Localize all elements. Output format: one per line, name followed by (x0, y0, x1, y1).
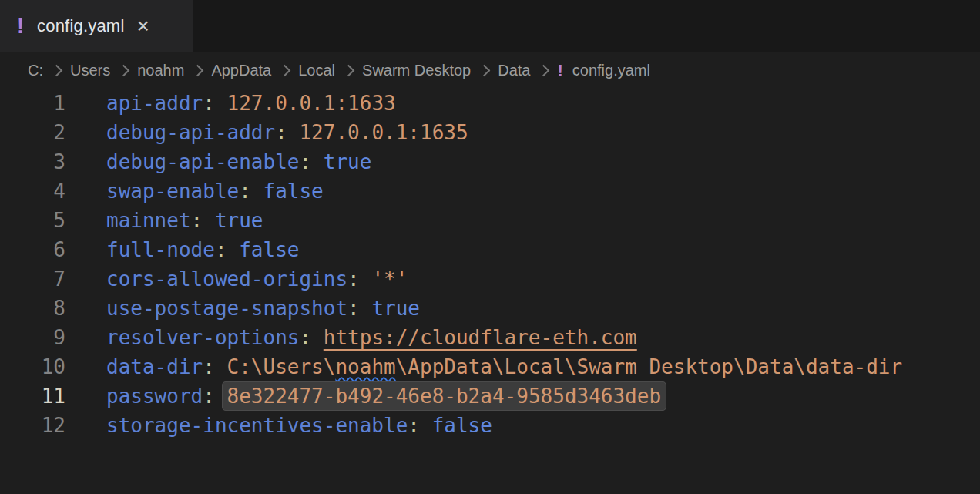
token-colon: : (299, 150, 323, 173)
token-colon: : (347, 297, 371, 320)
code-line[interactable]: 12storage-incentives-enable: false (0, 411, 980, 440)
tab-bar: ! config.yaml × (0, 0, 980, 52)
line-number: 6 (0, 235, 65, 264)
code-line-content[interactable]: use-postage-snapshot: true (106, 294, 420, 323)
code-line[interactable]: 4swap-enable: false (0, 176, 980, 206)
code-line[interactable]: 8use-postage-snapshot: true (0, 294, 980, 323)
token-key: api-addr (106, 92, 203, 115)
line-number: 8 (0, 294, 65, 323)
code-line-content[interactable]: storage-incentives-enable: false (106, 411, 492, 440)
token-colon: : (347, 267, 371, 291)
breadcrumb-file-label: config.yaml (572, 62, 650, 79)
token-bool: false (263, 180, 324, 203)
breadcrumb-item-c-[interactable]: C: (28, 62, 43, 79)
line-number: 2 (0, 118, 65, 147)
chevron-right-icon (343, 65, 355, 77)
token-key: cors-allowed-origins (106, 267, 347, 291)
token-colon: : (299, 326, 323, 349)
token-miss: noahm (335, 355, 395, 378)
token-key: mainnet (106, 209, 191, 232)
token-colon: : (275, 121, 299, 144)
token-url: https://cloudflare-eth.com (324, 326, 637, 349)
token-colon: : (215, 238, 239, 261)
token-key: swap-enable (106, 180, 239, 203)
code-line-content[interactable]: full-node: false (106, 235, 299, 264)
token-bool: true (371, 297, 420, 320)
code-lines: 1api-addr: 127.0.0.1:16332debug-api-addr… (0, 89, 980, 440)
token-str: C:\Users\ (227, 355, 336, 378)
code-line-content[interactable]: debug-api-addr: 127.0.0.1:1635 (106, 118, 468, 147)
token-key: resolver-options (106, 326, 299, 349)
code-line[interactable]: 3debug-api-enable: true (0, 147, 980, 176)
code-line-content[interactable]: debug-api-enable: true (106, 147, 371, 176)
line-number: 5 (0, 206, 65, 235)
breadcrumb-item-noahm[interactable]: noahm (137, 62, 184, 79)
token-colon: : (408, 414, 431, 437)
tab-label: config.yaml (37, 16, 124, 36)
token-key: password (106, 385, 203, 408)
chevron-right-icon (478, 65, 491, 77)
breadcrumb-item-config-yaml[interactable]: !config.yaml (557, 61, 649, 81)
line-number: 12 (0, 411, 65, 440)
code-line-content[interactable]: data-dir: C:\Users\noahm\AppData\Local\S… (106, 352, 902, 381)
editor[interactable]: 1api-addr: 127.0.0.1:16332debug-api-addr… (0, 89, 980, 440)
line-number: 1 (0, 89, 65, 118)
token-bool: false (432, 414, 492, 437)
breadcrumb: C:UsersnoahmAppDataLocalSwarm DesktopDat… (0, 52, 980, 89)
code-line[interactable]: 10data-dir: C:\Users\noahm\AppData\Local… (0, 352, 980, 381)
token-bool: false (239, 238, 299, 261)
breadcrumb-item-appdata[interactable]: AppData (211, 62, 271, 79)
token-key: storage-incentives-enable (106, 414, 408, 437)
breadcrumb-item-swarm-desktop[interactable]: Swarm Desktop (362, 62, 471, 79)
token-str: 127.0.0.1:1633 (227, 92, 396, 115)
code-line[interactable]: 1api-addr: 127.0.0.1:1633 (0, 89, 980, 118)
code-line-content[interactable]: password: 8e322477-b492-46e8-b2a4-9585d3… (106, 381, 661, 411)
token-colon: : (203, 92, 227, 115)
code-line-content[interactable]: cors-allowed-origins: '*' (106, 264, 408, 294)
chevron-right-icon (279, 65, 291, 77)
token-key: debug-api-enable (106, 150, 299, 173)
line-number: 3 (0, 147, 65, 176)
token-hl: 8e322477-b492-46e8-b2a4-9585d3463deb (222, 381, 667, 411)
line-number: 7 (0, 264, 65, 294)
token-colon: : (191, 209, 215, 232)
code-line-content[interactable]: mainnet: true (106, 206, 263, 235)
token-str: \AppData\Local\Swarm Desktop\Data\data-d… (396, 355, 902, 378)
code-line[interactable]: 9resolver-options: https://cloudflare-et… (0, 323, 980, 352)
token-bool: true (324, 150, 372, 173)
line-number: 4 (0, 176, 65, 206)
line-number: 10 (0, 352, 65, 381)
line-number: 9 (0, 323, 65, 352)
token-key: debug-api-addr (106, 121, 275, 144)
chevron-right-icon (192, 65, 204, 77)
chevron-right-icon (538, 65, 550, 77)
line-number: 11 (0, 381, 65, 411)
code-line[interactable]: 7cors-allowed-origins: '*' (0, 264, 980, 294)
token-str: 127.0.0.1:1635 (299, 121, 468, 144)
code-line[interactable]: 6full-node: false (0, 235, 980, 264)
token-str: '*' (371, 267, 408, 291)
breadcrumb-item-users[interactable]: Users (70, 62, 110, 79)
code-line-content[interactable]: swap-enable: false (106, 176, 324, 206)
tab-config-yaml[interactable]: ! config.yaml × (0, 0, 193, 52)
token-colon: : (239, 180, 263, 203)
token-colon: : (203, 355, 227, 378)
chevron-right-icon (118, 65, 130, 77)
breadcrumb-item-local[interactable]: Local (298, 62, 335, 79)
code-line-content[interactable]: api-addr: 127.0.0.1:1633 (106, 89, 396, 118)
close-icon[interactable]: × (136, 15, 149, 37)
token-bool: true (215, 209, 263, 232)
token-key: data-dir (106, 355, 203, 378)
token-key: full-node (106, 238, 215, 261)
code-line-content[interactable]: resolver-options: https://cloudflare-eth… (106, 323, 637, 352)
code-line[interactable]: 5mainnet: true (0, 206, 980, 235)
token-key: use-postage-snapshot (106, 297, 347, 320)
chevron-right-icon (51, 65, 63, 77)
code-line[interactable]: 11password: 8e322477-b492-46e8-b2a4-9585… (0, 381, 980, 411)
yaml-file-icon: ! (557, 61, 562, 81)
yaml-file-icon: ! (17, 16, 24, 37)
breadcrumb-item-data[interactable]: Data (498, 62, 530, 79)
code-line[interactable]: 2debug-api-addr: 127.0.0.1:1635 (0, 118, 980, 147)
